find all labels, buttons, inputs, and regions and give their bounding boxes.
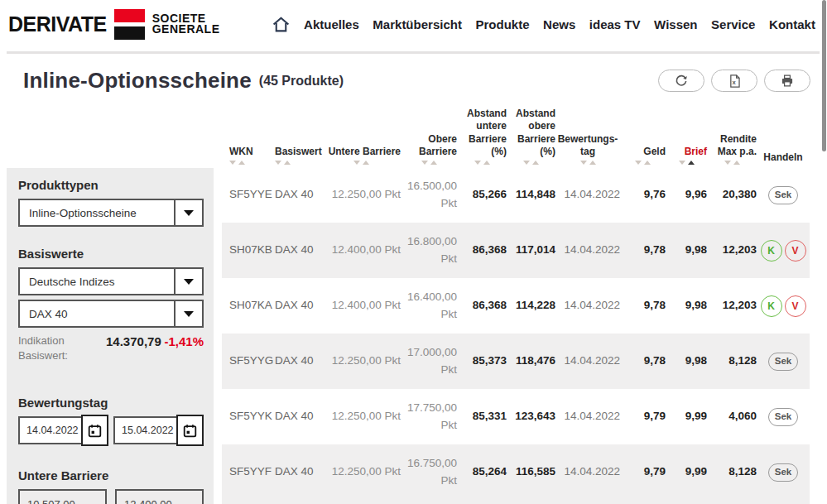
header-divider [7,51,820,54]
refresh-button[interactable] [658,70,704,92]
wkn-cell[interactable]: SF5YYE [222,186,267,203]
table-row[interactable]: SF5YYG DAX 40 12.250,00 Pkt 17.000,00 Pk… [222,334,810,389]
bewertungstag-cell: 14.04.2022 [555,408,620,425]
abstand-obere-cell: 118,476 [507,353,555,369]
nav-item-news[interactable]: News [543,17,575,31]
top-navigation: DERIVATE SOCIETE GENERALE Aktuelles Mark… [0,0,827,48]
nav-item-aktuelles[interactable]: Aktuelles [304,17,359,31]
sek-trade-badge[interactable]: Sek [768,408,798,426]
excel-export-button[interactable]: x [711,70,757,92]
filter-bewertungstag: Bewertungstag 14.04.2022 15.04.2022 [18,396,204,446]
main-nav: Aktuelles Marktübersicht Produkte News i… [272,16,816,33]
column-header-rendite[interactable]: Rendite Max p.a. [707,133,757,165]
verkauf-badge[interactable]: V [785,295,806,317]
produkttypen-select[interactable]: Inline-Optionsscheine [18,199,204,227]
untere-barriere-cell: 12.250,00 Pkt [321,463,401,480]
sek-trade-badge[interactable]: Sek [768,353,798,371]
nav-item-produkte[interactable]: Produkte [475,17,529,31]
column-header-abstand-obere[interactable]: Abstand obere Barriere (%) [507,108,555,165]
wkn-cell[interactable]: SF5YYG [222,353,267,369]
print-button[interactable] [764,70,810,92]
calendar-icon [88,424,102,438]
nav-item-service[interactable]: Service [711,17,755,31]
nav-item-wissen[interactable]: Wissen [654,17,697,31]
filter-basiswerte: Basiswerte Deutsche Indizes DAX 40 Indik… [18,247,204,363]
obere-barriere-cell: 16.800,00 Pkt [401,233,457,267]
home-icon[interactable] [272,16,291,33]
wkn-cell[interactable]: SH07KB [222,242,267,258]
obere-barriere-cell: 16.500,00 Pkt [401,178,457,212]
excel-export-icon: x [728,74,742,89]
verkauf-badge[interactable]: V [785,240,806,262]
basiswert-cell: DAX 40 [267,297,321,314]
basiswert-group-select[interactable]: Deutsche Indizes [18,267,204,295]
rendite-cell: 12,203 [707,297,757,314]
column-header-brief-sorted[interactable]: Brief [666,146,707,165]
column-header-wkn[interactable]: WKN [222,146,267,165]
column-header-geld[interactable]: Geld [620,146,666,165]
societe-generale-logo-icon [114,9,145,40]
geld-cell: 9,76 [620,186,666,203]
table-row[interactable]: SF5YYK DAX 40 12.250,00 Pkt 17.750,00 Pk… [222,389,810,444]
print-icon [780,74,795,88]
indication-change: -1,41% [164,334,204,348]
untere-barriere-min-input[interactable]: 10.507,00 [18,489,107,504]
societe-generale-wordmark: SOCIETE GENERALE [152,13,220,36]
abstand-obere-cell: 114,848 [507,186,555,203]
produkttypen-selected-value: Inline-Optionsscheine [20,200,174,225]
untere-barriere-cell: 12.250,00 Pkt [321,408,401,425]
chevron-down-icon [174,301,202,326]
table-row[interactable]: SH07KA DAX 40 12.400,00 Pkt 16.400,00 Pk… [222,278,810,334]
wkn-cell[interactable]: SF5YYF [222,463,267,480]
kauf-badge[interactable]: K [761,240,782,262]
basiswert-cell: DAX 40 [267,242,321,258]
derivate-wordmark: DERIVATE [8,12,107,36]
brief-cell: 9,96 [666,186,707,203]
brief-cell: 9,99 [666,463,707,480]
scrollbar-thumb[interactable] [822,0,826,151]
abstand-obere-cell: 114,228 [507,297,555,314]
column-header-obere-barriere[interactable]: Obere Barriere [401,133,457,165]
product-table: WKN Basiswert Untere Barriere Obere Barr… [222,112,810,504]
basiswerte-heading: Basiswerte [18,247,204,261]
calendar-button[interactable] [81,415,108,446]
brief-cell: 9,98 [666,242,707,258]
sek-trade-badge[interactable]: Sek [768,463,798,482]
wkn-cell[interactable]: SF5YYK [222,408,267,425]
sek-trade-badge[interactable]: Sek [768,186,798,204]
page-scrollbar[interactable] [821,0,827,504]
calendar-button[interactable] [176,415,204,446]
table-row[interactable]: SH07KB DAX 40 12.400,00 Pkt 16.800,00 Pk… [222,223,810,278]
date-from-group: 14.04.2022 [18,416,108,446]
brand-logo[interactable]: DERIVATE SOCIETE GENERALE [8,9,220,40]
untere-barriere-cell: 12.250,00 Pkt [321,353,401,369]
date-to-input[interactable]: 15.04.2022 [113,416,176,444]
kauf-badge[interactable]: K [761,295,782,317]
page-title: Inline-Optionsscheine [23,68,252,94]
filter-sidebar: Produkttypen Inline-Optionsscheine Basis… [7,168,214,504]
chevron-down-icon [174,200,202,225]
rendite-cell: 20,380 [707,186,757,203]
title-bar: Inline-Optionsscheine (45 Produkte) x [23,68,810,94]
abstand-untere-cell: 85,264 [457,463,507,480]
produkttypen-heading: Produkttypen [18,178,204,192]
nav-item-kontakt[interactable]: Kontakt [769,17,815,31]
table-header: WKN Basiswert Untere Barriere Obere Barr… [222,112,810,167]
date-from-input[interactable]: 14.04.2022 [18,416,81,444]
nav-item-marktuebersicht[interactable]: Marktübersicht [373,17,462,31]
wkn-cell[interactable]: SH07KA [222,297,267,314]
bewertungstag-cell: 14.04.2022 [555,353,620,369]
bewertungstag-cell: 14.04.2022 [555,242,620,258]
basiswert-select[interactable]: DAX 40 [18,300,204,328]
partial-next-row [222,500,810,504]
column-header-abstand-untere[interactable]: Abstand untere Barriere (%) [457,108,507,165]
column-header-bewertungstag[interactable]: Bewertungs-tag [555,133,620,165]
untere-barriere-max-input[interactable]: 12.400,00 [115,489,204,504]
abstand-obere-cell: 123,643 [507,408,555,425]
abstand-untere-cell: 86,368 [457,297,507,314]
column-header-basiswert[interactable]: Basiswert [267,146,321,165]
column-header-untere-barriere[interactable]: Untere Barriere [321,146,401,165]
table-row[interactable]: SF5YYF DAX 40 12.250,00 Pkt 16.750,00 Pk… [222,444,810,500]
nav-item-ideas-tv[interactable]: ideas TV [589,17,641,31]
table-row[interactable]: SF5YYE DAX 40 12.250,00 Pkt 16.500,00 Pk… [222,167,810,223]
